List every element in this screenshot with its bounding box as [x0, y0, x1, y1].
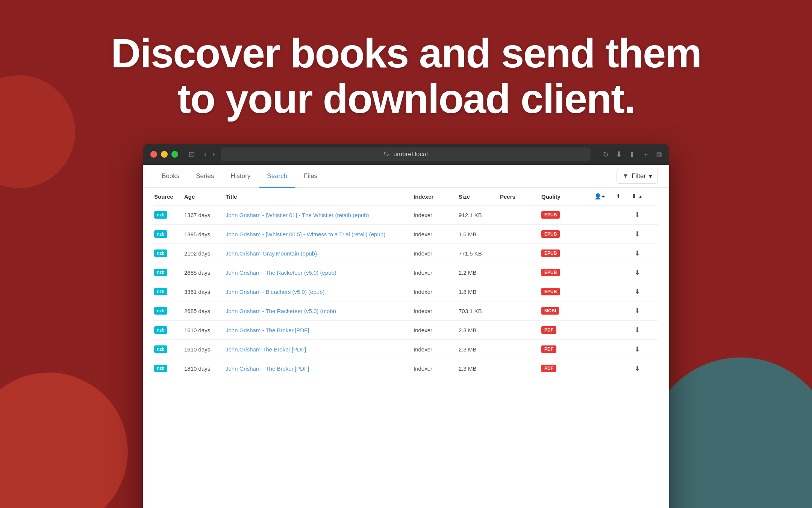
row-download[interactable]: ⬇ — [628, 345, 647, 353]
info-icon: ℹ — [617, 193, 620, 199]
title-link[interactable]: John Grisham - The Racketeer (v5.0) (mob… — [226, 308, 336, 314]
table-row: nzb 1610 days John.Grisham-The.Broker.[P… — [154, 340, 658, 359]
row-title[interactable]: John Grisham - [Whistler 01] - The Whist… — [226, 211, 414, 219]
row-source: nzb — [154, 345, 184, 353]
row-title[interactable]: John Grisham - The Broker.[PDF] — [226, 326, 414, 334]
row-title[interactable]: John Grisham - [Whistler 00.5] - Witness… — [226, 230, 414, 238]
tab-overview-icon[interactable]: ⧉ — [656, 150, 662, 159]
row-age: 1610 days — [184, 346, 226, 353]
download-button[interactable]: ⬇ — [635, 269, 640, 276]
title-link[interactable]: John Grisham - The Broker.[PDF] — [226, 365, 309, 372]
row-download[interactable]: ⬇ — [628, 307, 647, 315]
title-link[interactable]: John Grisham - The Racketeer (v5.0) (epu… — [226, 269, 336, 276]
row-download[interactable]: ⬇ — [628, 230, 647, 238]
col-header-quality: Quality — [541, 193, 590, 200]
title-link[interactable]: John Grisham - [Whistler 00.5] - Witness… — [226, 231, 385, 237]
row-source: nzb — [154, 269, 184, 276]
shield-icon: 🛡 — [384, 151, 390, 158]
row-title[interactable]: John Grisham - The Racketeer (v5.0) (mob… — [226, 307, 414, 315]
row-download[interactable]: ⬇ — [628, 364, 647, 373]
download-button[interactable]: ⬇ — [635, 326, 640, 334]
row-source: nzb — [154, 249, 184, 257]
source-badge: nzb — [154, 326, 167, 334]
address-bar[interactable]: 🛡 umbrel.local — [221, 148, 591, 161]
title-link[interactable]: John.Grisham-The.Broker.[PDF] — [226, 346, 306, 353]
download-button[interactable]: ⬇ — [635, 288, 640, 295]
quality-badge: EPUB — [541, 288, 560, 295]
row-age: 2102 days — [184, 250, 226, 257]
download-button[interactable]: ⬇ — [635, 307, 640, 315]
row-source: nzb — [154, 326, 184, 334]
row-download[interactable]: ⬇ — [628, 268, 647, 277]
quality-badge: EPUB — [541, 211, 560, 219]
row-age: 2685 days — [184, 269, 226, 276]
filter-label: Filter — [632, 172, 646, 180]
source-badge: nzb — [154, 230, 167, 238]
title-link[interactable]: John.Grisham-Gray.Mountain.(epub) — [226, 250, 317, 257]
row-quality: EPUB — [541, 230, 590, 238]
row-quality: MOBI — [541, 307, 590, 315]
table-row: nzb 1810 days John Grisham - The Broker.… — [154, 359, 658, 378]
close-button[interactable] — [150, 151, 157, 158]
results-table: Source Age Title Indexer Size Peers Qual… — [143, 188, 669, 378]
col-header-size: Size — [459, 193, 500, 200]
row-size: 2.2 MB — [459, 269, 500, 276]
download-button[interactable]: ⬇ — [635, 249, 640, 257]
col-header-title[interactable]: Title — [226, 193, 414, 200]
row-indexer: Indexer — [414, 250, 459, 257]
maximize-button[interactable] — [171, 151, 178, 158]
tab-search[interactable]: Search — [259, 165, 295, 188]
row-source: nzb — [154, 365, 184, 372]
hero-section: Discover books and send them to your dow… — [0, 0, 812, 144]
filter-button[interactable]: ▼ Filter ▾ — [617, 169, 658, 184]
minimize-button[interactable] — [161, 151, 168, 158]
row-age: 1395 days — [184, 231, 226, 237]
download-button[interactable]: ⬇ — [635, 345, 640, 353]
col-header-source: Source — [154, 193, 184, 200]
back-button[interactable]: ‹ — [204, 149, 207, 159]
row-download[interactable]: ⬇ — [628, 249, 647, 257]
download-button[interactable]: ⬇ — [635, 230, 640, 238]
row-download[interactable]: ⬇ — [628, 326, 647, 334]
title-link[interactable]: John Grisham - Bleachers (v5.0) (epub) — [226, 289, 324, 295]
row-title[interactable]: John Grisham - Bleachers (v5.0) (epub) — [226, 288, 414, 296]
quality-badge: PDF — [541, 345, 556, 353]
reload-button[interactable]: ↻ — [603, 150, 609, 159]
row-title[interactable]: John.Grisham-Gray.Mountain.(epub) — [226, 249, 414, 257]
download-button[interactable]: ⬇ — [635, 365, 640, 372]
row-age: 1810 days — [184, 365, 226, 372]
row-download[interactable]: ⬇ — [628, 287, 647, 296]
share-icon[interactable]: ⬆ — [629, 150, 635, 159]
source-badge: nzb — [154, 307, 167, 315]
app-tabs-bar: Books Series History Search Files ▼ Filt… — [143, 165, 669, 188]
sort-asc-icon: ▲ — [638, 194, 643, 199]
new-tab-icon[interactable]: ＋ — [642, 149, 650, 160]
row-size: 2.3 MB — [459, 365, 500, 372]
col-header-peers: Peers — [500, 193, 541, 200]
row-size: 912.1 KB — [459, 212, 500, 218]
app-content: Books Series History Search Files ▼ Filt… — [143, 165, 669, 508]
quality-badge: EPUB — [541, 269, 560, 276]
title-link[interactable]: John Grisham - [Whistler 01] - The Whist… — [226, 212, 369, 218]
sidebar-toggle-icon[interactable]: ⊡ — [189, 150, 195, 159]
table-header: Source Age Title Indexer Size Peers Qual… — [154, 188, 658, 205]
row-title[interactable]: John Grisham - The Racketeer (v5.0) (epu… — [226, 269, 414, 277]
row-size: 1.6 MB — [459, 231, 500, 237]
row-size: 703.1 KB — [459, 308, 500, 314]
table-row: nzb 2685 days John Grisham - The Rackete… — [154, 301, 658, 321]
row-download[interactable]: ⬇ — [628, 211, 647, 219]
row-indexer: Indexer — [414, 212, 459, 218]
forward-button[interactable]: › — [212, 149, 215, 159]
table-body: nzb 1367 days John Grisham - [Whistler 0… — [154, 205, 658, 378]
download-manager-icon[interactable]: ⬇ — [616, 150, 622, 159]
tab-history[interactable]: History — [223, 165, 258, 188]
tab-series[interactable]: Series — [188, 165, 221, 188]
row-title[interactable]: John Grisham - The Broker.[PDF] — [226, 365, 414, 373]
tab-books[interactable]: Books — [154, 165, 187, 188]
table-row: nzb 3351 days John Grisham - Bleachers (… — [154, 282, 658, 301]
tab-files[interactable]: Files — [296, 165, 325, 188]
download-button[interactable]: ⬇ — [635, 211, 640, 219]
row-title[interactable]: John.Grisham-The.Broker.[PDF] — [226, 345, 414, 353]
col-header-age: Age — [184, 193, 226, 200]
title-link[interactable]: John Grisham - The Broker.[PDF] — [226, 327, 309, 333]
